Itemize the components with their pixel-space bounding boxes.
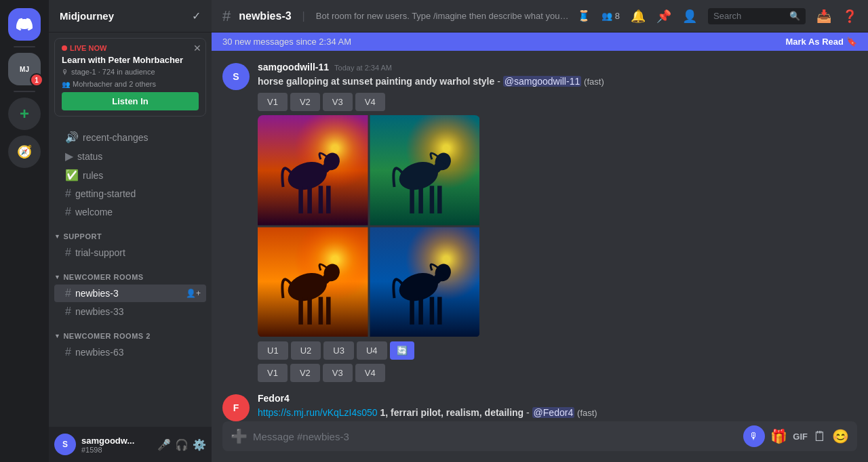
live-banner-close[interactable]: ✕ bbox=[193, 43, 201, 54]
divider: | bbox=[302, 10, 305, 22]
category-newcomer-rooms-2[interactable]: ▼ NEWCOMER ROOMS 2 bbox=[49, 321, 212, 343]
server-header[interactable]: Midjourney ✓ bbox=[49, 0, 212, 33]
u4-button[interactable]: U4 bbox=[357, 341, 387, 360]
category-support[interactable]: ▼ SUPPORT bbox=[49, 222, 212, 243]
channel-item-newbies-63[interactable]: # newbies-63 bbox=[54, 343, 206, 361]
username-label: samgoodw... bbox=[81, 436, 152, 446]
main-content: # newbies-3 | Bot room for new users. Ty… bbox=[212, 0, 868, 462]
u1-button[interactable]: U1 bbox=[258, 341, 288, 360]
v4-button-bottom[interactable]: V4 bbox=[355, 364, 385, 382]
member-list-icon[interactable]: 👤 bbox=[682, 9, 697, 24]
search-input-label: Search bbox=[713, 11, 741, 21]
message-mention[interactable]: @samgoodwill-11 bbox=[503, 76, 581, 87]
discord-home-icon[interactable] bbox=[8, 8, 41, 41]
message-username-2: Fedor4 bbox=[258, 393, 290, 404]
settings-icon[interactable]: ⚙️ bbox=[193, 438, 206, 451]
stage-icon: 🎙 bbox=[62, 68, 68, 76]
v3-button-bottom[interactable]: V3 bbox=[323, 364, 353, 382]
add-server-button[interactable]: + bbox=[8, 98, 41, 130]
members-icon: 👥 bbox=[601, 11, 612, 21]
channel-item-trial-support[interactable]: # trial-support bbox=[54, 244, 206, 261]
gif-icon[interactable]: GIF bbox=[793, 432, 808, 442]
message-input-bar: ➕ 🎙 🎁 GIF 🗒 😊 bbox=[222, 421, 857, 451]
channel-item-newbies-33[interactable]: # newbies-33 bbox=[54, 303, 206, 320]
gift-icon[interactable]: 🎁 bbox=[770, 428, 787, 444]
v2-button-top[interactable]: V2 bbox=[290, 93, 320, 111]
v2-button-bottom[interactable]: V2 bbox=[290, 364, 320, 382]
mic-icon[interactable]: 🎤 bbox=[157, 438, 171, 451]
member-count: 👥 8 bbox=[601, 11, 620, 21]
channel-item-rules[interactable]: ✅ rules bbox=[54, 166, 206, 184]
avatar-group-icon: 👥 bbox=[62, 81, 70, 88]
help-icon[interactable]: ❓ bbox=[842, 9, 857, 24]
horse-image-grid[interactable] bbox=[258, 115, 480, 337]
channel-item-status[interactable]: ▶ status bbox=[54, 147, 206, 165]
channel-item-newbies-3[interactable]: # newbies-3 👤+ bbox=[54, 285, 206, 302]
sticker-icon[interactable]: 🗒 bbox=[813, 429, 827, 444]
u3-button[interactable]: U3 bbox=[323, 341, 354, 360]
search-bar[interactable]: Search 🔍 bbox=[708, 8, 806, 24]
channel-item-welcome[interactable]: # welcome bbox=[54, 203, 206, 221]
server-divider-2 bbox=[14, 91, 35, 92]
channel-item-getting-started[interactable]: # getting-started bbox=[54, 185, 206, 203]
live-meta: 🎙 stage-1 · 724 in audience bbox=[62, 68, 199, 76]
message-link[interactable]: https://s.mj.run/vKqLzI4s050 bbox=[258, 407, 378, 418]
emoji-icon[interactable]: 😊 bbox=[832, 428, 849, 444]
server-bar: MJ + 🧭 bbox=[0, 0, 49, 462]
speaker-icon: 🔊 bbox=[65, 131, 79, 144]
message-body-2: 1, ferrari pilot, realism, detailing - bbox=[380, 407, 532, 418]
add-file-icon[interactable]: ➕ bbox=[231, 428, 248, 444]
notification-icon[interactable]: 🔔 bbox=[631, 9, 646, 24]
live-participants: 👥 Mohrbacher and 2 others bbox=[62, 80, 199, 88]
message-header-2: Fedor4 bbox=[258, 393, 857, 404]
channel-description: Bot room for new users. Type /imagine th… bbox=[316, 11, 569, 21]
v3-button-top[interactable]: V3 bbox=[323, 93, 353, 111]
refresh-button[interactable]: 🔄 bbox=[390, 341, 414, 360]
header-icons: 🧵 👥 8 🔔 📌 👤 Search 🔍 📥 ❓ bbox=[577, 8, 857, 24]
action-buttons-v-bottom: V1 V2 V3 V4 bbox=[258, 364, 857, 382]
server-name: Midjourney bbox=[60, 10, 114, 22]
hash-icon: # bbox=[65, 188, 71, 200]
pin-icon[interactable]: 📌 bbox=[656, 9, 671, 24]
inbox-icon[interactable]: 📥 bbox=[816, 9, 831, 24]
voice-button[interactable]: 🎙 bbox=[743, 425, 765, 447]
u2-button[interactable]: U2 bbox=[291, 341, 321, 360]
message-avatar: S bbox=[222, 63, 250, 90]
mic-wave-icon: 🎙 bbox=[749, 431, 759, 442]
add-member-icon: 👤+ bbox=[186, 289, 201, 298]
v1-button-bottom[interactable]: V1 bbox=[258, 364, 288, 382]
search-icon: 🔍 bbox=[789, 11, 800, 21]
message-row: S samgoodwill-11 Today at 2:34 AM horse … bbox=[222, 62, 857, 382]
message-username: samgoodwill-11 bbox=[258, 62, 329, 72]
midjourney-server-icon[interactable]: MJ bbox=[8, 53, 41, 85]
listen-in-button[interactable]: Listen In bbox=[62, 92, 199, 110]
message-text-2: https://s.mj.run/vKqLzI4s050 1, ferrari … bbox=[258, 406, 857, 420]
channel-list: 🔊 recent-changes ▶ status ✅ rules # gett… bbox=[49, 122, 212, 427]
new-messages-text: 30 new messages since 2:34 AM bbox=[222, 37, 351, 47]
mark-as-read-button[interactable]: Mark As Read 🔖 bbox=[786, 37, 858, 47]
message-avatar-2: F bbox=[222, 394, 250, 421]
category-newcomer-rooms[interactable]: ▼ NEWCOMER ROOMS bbox=[49, 262, 212, 284]
message-mention-2[interactable]: @Fedor4 bbox=[532, 407, 575, 418]
live-title: Learn with Peter Mohrbacher bbox=[62, 55, 199, 65]
headphones-icon[interactable]: 🎧 bbox=[175, 438, 189, 451]
message-separator: - bbox=[497, 76, 503, 87]
user-panel-icons: 🎤 🎧 ⚙️ bbox=[157, 438, 206, 451]
explore-servers-icon[interactable]: 🧭 bbox=[8, 135, 41, 168]
new-messages-banner: 30 new messages since 2:34 AM Mark As Re… bbox=[212, 33, 868, 51]
v4-button-top[interactable]: V4 bbox=[355, 93, 385, 111]
channel-item-recent-changes[interactable]: 🔊 recent-changes bbox=[54, 128, 206, 146]
hash-icon-5: # bbox=[65, 306, 71, 318]
message-timestamp: Today at 2:34 AM bbox=[334, 64, 392, 72]
message-input[interactable] bbox=[253, 431, 738, 442]
channel-hash-icon: # bbox=[222, 7, 231, 25]
user-discriminator: #1598 bbox=[81, 446, 152, 454]
hash-icon-2: # bbox=[65, 206, 71, 218]
image-grid bbox=[258, 115, 857, 337]
v1-button-top[interactable]: V1 bbox=[258, 93, 288, 111]
channel-header: # newbies-3 | Bot room for new users. Ty… bbox=[212, 0, 868, 33]
chevron-down-icon: ✓ bbox=[192, 9, 201, 22]
channel-name-header: newbies-3 bbox=[239, 10, 291, 22]
message-header: samgoodwill-11 Today at 2:34 AM bbox=[258, 62, 857, 72]
hashthread-icon[interactable]: 🧵 bbox=[577, 9, 591, 22]
